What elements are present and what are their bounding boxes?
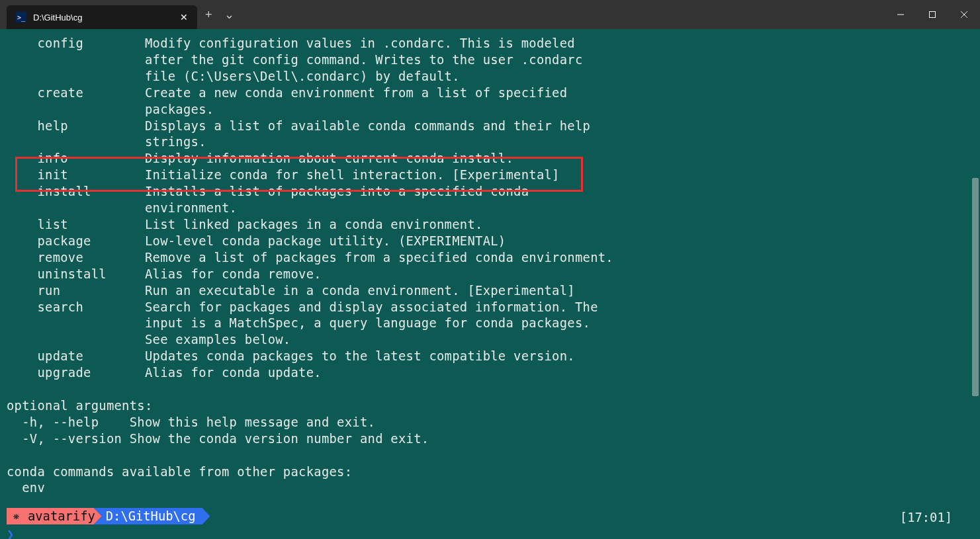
- scrollbar-thumb[interactable]: [972, 178, 979, 396]
- tab-dropdown-button[interactable]: ⌄: [224, 7, 234, 22]
- minimize-button[interactable]: [885, 0, 916, 29]
- prompt-line: avatarify D:\GitHub\cg: [7, 508, 210, 524]
- prompt-cursor[interactable]: ❯: [7, 527, 14, 539]
- window-controls: [885, 0, 980, 29]
- close-tab-button[interactable]: ✕: [180, 12, 188, 22]
- maximize-button[interactable]: [916, 0, 948, 29]
- close-window-button[interactable]: [948, 0, 980, 29]
- powershell-icon: >_: [16, 12, 26, 22]
- tab-title: D:\GitHub\cg: [33, 13, 173, 22]
- prompt-path-segment: D:\GitHub\cg: [94, 508, 210, 524]
- window-titlebar: >_ D:\GitHub\cg ✕ + ⌄: [0, 0, 980, 29]
- scrollbar-track[interactable]: [971, 29, 980, 539]
- terminal-output[interactable]: config Modify configuration values in .c…: [0, 29, 980, 497]
- prompt-time: [17:01]: [900, 511, 952, 524]
- new-tab-button[interactable]: +: [205, 8, 212, 22]
- terminal-tab[interactable]: >_ D:\GitHub\cg ✕: [7, 5, 197, 29]
- svg-rect-1: [930, 12, 936, 18]
- tab-control-group: + ⌄: [205, 7, 234, 22]
- prompt-env-segment: avatarify: [7, 508, 102, 524]
